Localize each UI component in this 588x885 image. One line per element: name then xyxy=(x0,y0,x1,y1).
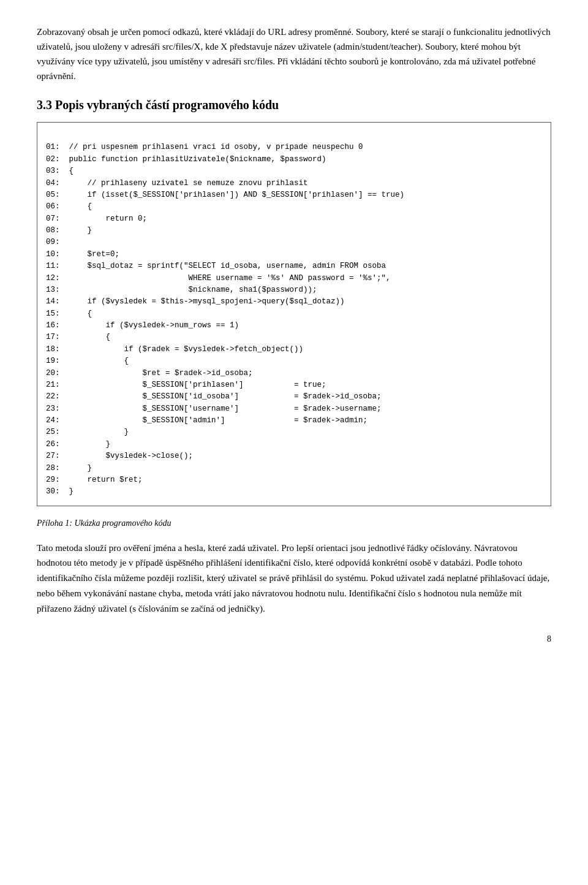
page-number: 8 xyxy=(37,634,551,644)
code-line: 11: $sql_dotaz = sprintf("SELECT id_osob… xyxy=(46,260,542,272)
code-block: 01: // pri uspesnem prihlaseni vraci id … xyxy=(37,122,551,506)
line-content: // prihlaseny uzivatel se nemuze znovu p… xyxy=(64,178,308,189)
code-line: 27: $vysledek->close(); xyxy=(46,450,542,462)
line-number: 23: xyxy=(46,403,64,415)
line-content: } xyxy=(64,463,92,474)
line-number: 04: xyxy=(46,178,64,189)
code-line: 25: } xyxy=(46,427,542,438)
code-line: 18: if ($radek = $vysledek->fetch_object… xyxy=(46,344,542,355)
line-content: { xyxy=(64,201,92,213)
code-line: 20: $ret = $radek->id_osoba; xyxy=(46,368,542,379)
line-number: 20: xyxy=(46,368,64,379)
line-number: 24: xyxy=(46,415,64,427)
code-line: 02: public function prihlasitUzivatele($… xyxy=(46,154,542,165)
section-title: Popis vybraných částí programového kódu xyxy=(55,98,279,112)
line-content: $ret=0; xyxy=(64,249,119,260)
line-number: 16: xyxy=(46,320,64,332)
line-content xyxy=(64,237,69,248)
code-line: 09: xyxy=(46,237,542,248)
code-line: 14: if ($vysledek = $this->mysql_spojeni… xyxy=(46,296,542,308)
line-number: 13: xyxy=(46,284,64,296)
code-line: 06: { xyxy=(46,201,542,213)
line-content: return 0; xyxy=(64,213,147,225)
line-number: 06: xyxy=(46,201,64,213)
line-number: 02: xyxy=(46,154,64,165)
code-line: 07: return 0; xyxy=(46,213,542,225)
line-content: } xyxy=(64,427,129,438)
code-line: 04: // prihlaseny uzivatel se nemuze zno… xyxy=(46,178,542,189)
intro-paragraph: Zobrazovaný obsah je určen pomocí odkazů… xyxy=(37,25,551,83)
code-line: 13: $nickname, sha1($password)); xyxy=(46,284,542,296)
line-content: return $ret; xyxy=(64,474,143,486)
code-line: 19: { xyxy=(46,355,542,367)
code-line: 26: } xyxy=(46,439,542,450)
line-number: 03: xyxy=(46,165,64,177)
line-content: $nickname, sha1($password)); xyxy=(64,284,317,296)
line-number: 11: xyxy=(46,260,64,272)
line-content: $_SESSION['admin'] = $radek->admin; xyxy=(64,415,368,427)
line-number: 08: xyxy=(46,225,64,237)
line-content: $sql_dotaz = sprintf("SELECT id_osoba, u… xyxy=(64,260,386,272)
code-line: 23: $_SESSION['username'] = $radek->user… xyxy=(46,403,542,415)
line-number: 15: xyxy=(46,308,64,320)
section-heading: 3.3 Popis vybraných částí programového k… xyxy=(37,98,551,112)
line-content: if (isset($_SESSION['prihlasen']) AND $_… xyxy=(64,189,404,201)
line-number: 27: xyxy=(46,450,64,462)
line-number: 21: xyxy=(46,379,64,391)
line-content: { xyxy=(64,332,110,343)
line-number: 09: xyxy=(46,237,64,248)
line-content: // pri uspesnem prihlaseni vraci id osob… xyxy=(64,142,363,153)
line-number: 05: xyxy=(46,189,64,201)
line-content: { xyxy=(64,165,74,177)
line-number: 28: xyxy=(46,463,64,474)
line-content: if ($vysledek = $this->mysql_spojeni->qu… xyxy=(64,296,345,308)
line-number: 01: xyxy=(46,142,64,153)
line-content: public function prihlasitUzivatele($nick… xyxy=(64,154,326,165)
code-line: 01: // pri uspesnem prihlaseni vraci id … xyxy=(46,142,542,153)
line-content: if ($radek = $vysledek->fetch_object()) xyxy=(64,344,303,355)
code-line: 22: $_SESSION['id_osoba'] = $radek->id_o… xyxy=(46,391,542,403)
line-content: } xyxy=(64,439,110,450)
code-line: 15: { xyxy=(46,308,542,320)
line-number: 14: xyxy=(46,296,64,308)
line-content: } xyxy=(64,225,92,237)
code-line: 21: $_SESSION['prihlasen'] = true; xyxy=(46,379,542,391)
code-line: 17: { xyxy=(46,332,542,343)
code-line: 08: } xyxy=(46,225,542,237)
code-line: 03: { xyxy=(46,165,542,177)
line-number: 26: xyxy=(46,439,64,450)
line-number: 22: xyxy=(46,391,64,403)
line-content: $ret = $radek->id_osoba; xyxy=(64,368,253,379)
line-content: $vysledek->close(); xyxy=(64,450,193,462)
line-number: 12: xyxy=(46,273,64,284)
line-content: $_SESSION['username'] = $radek->username… xyxy=(64,403,382,415)
line-content: } xyxy=(64,486,74,498)
section-number: 3.3 xyxy=(37,98,52,112)
code-line: 28: } xyxy=(46,463,542,474)
line-number: 29: xyxy=(46,474,64,486)
line-number: 07: xyxy=(46,213,64,225)
code-line: 16: if ($vysledek->num_rows == 1) xyxy=(46,320,542,332)
code-line: 12: WHERE username = '%s' AND password =… xyxy=(46,273,542,284)
code-caption: Příloha 1: Ukázka programového kódu xyxy=(37,518,551,528)
code-line: 24: $_SESSION['admin'] = $radek->admin; xyxy=(46,415,542,427)
line-content: if ($vysledek->num_rows == 1) xyxy=(64,320,239,332)
line-content: { xyxy=(64,308,92,320)
line-number: 25: xyxy=(46,427,64,438)
line-number: 18: xyxy=(46,344,64,355)
line-content: $_SESSION['prihlasen'] = true; xyxy=(64,379,326,391)
code-line: 10: $ret=0; xyxy=(46,249,542,260)
line-number: 19: xyxy=(46,355,64,367)
code-line: 30: } xyxy=(46,486,542,498)
code-line: 05: if (isset($_SESSION['prihlasen']) AN… xyxy=(46,189,542,201)
body-paragraph: Tato metoda slouží pro ověření jména a h… xyxy=(37,541,551,617)
line-content: WHERE username = '%s' AND password = '%s… xyxy=(64,273,391,284)
line-number: 30: xyxy=(46,486,64,498)
line-content: { xyxy=(64,355,129,367)
code-line: 29: return $ret; xyxy=(46,474,542,486)
line-number: 17: xyxy=(46,332,64,343)
line-number: 10: xyxy=(46,249,64,260)
line-content: $_SESSION['id_osoba'] = $radek->id_osoba… xyxy=(64,391,382,403)
